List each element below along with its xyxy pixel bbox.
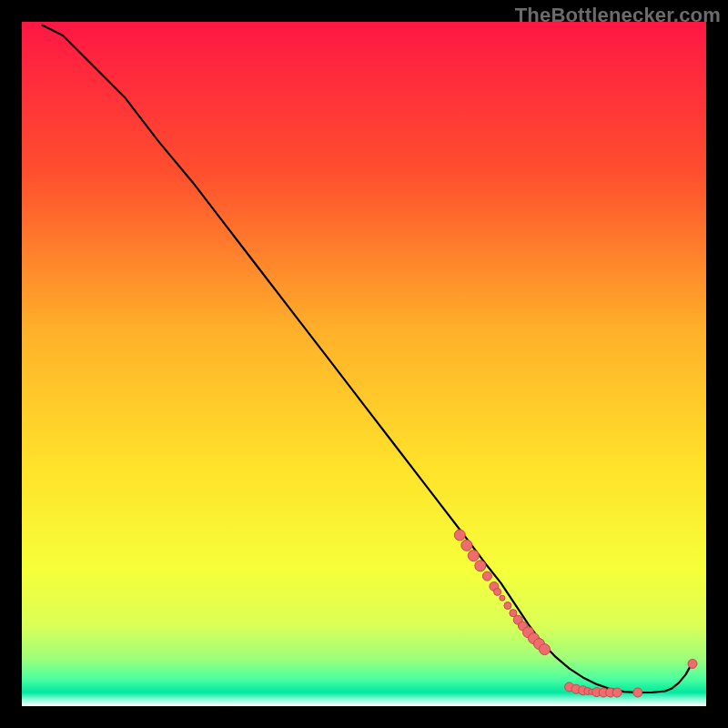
hotspot-marker — [454, 530, 465, 541]
hotspot-marker — [482, 571, 491, 581]
gradient-bg — [22, 22, 706, 706]
hotspot-marker — [688, 659, 697, 668]
hotspot-marker — [633, 688, 642, 697]
hotspot-marker — [612, 688, 622, 697]
hotspot-marker — [540, 644, 551, 655]
chart-svg — [0, 0, 728, 728]
hotspot-marker — [475, 561, 486, 571]
watermark-text: TheBottlenecker.com — [515, 4, 721, 27]
plot-area — [22, 22, 706, 706]
hotspot-marker — [468, 551, 479, 561]
hotspot-marker — [461, 540, 472, 551]
chart-container: TheBottlenecker.com — [0, 0, 728, 728]
hotspot-marker — [494, 588, 501, 595]
hotspot-marker — [504, 602, 511, 610]
hotspot-marker — [500, 595, 505, 601]
